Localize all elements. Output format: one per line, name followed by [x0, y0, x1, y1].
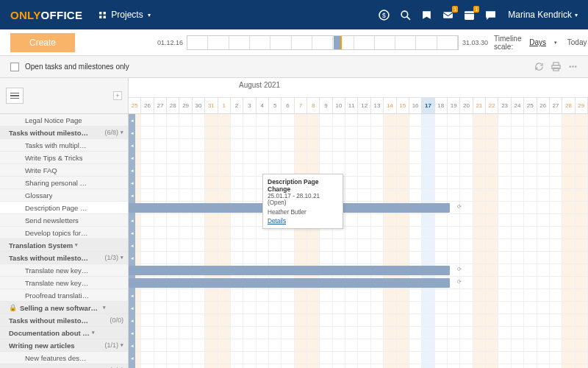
gantt-row[interactable]: ◂	[129, 289, 588, 302]
gantt-row[interactable]: ◂	[129, 314, 588, 327]
task-row[interactable]: Write FAQ	[0, 164, 128, 177]
gantt-row[interactable]: ◂⟳	[129, 264, 588, 277]
day-cell[interactable]: 31	[205, 97, 218, 113]
project-row[interactable]: Documentation about editors▾	[0, 327, 128, 339]
gantt-row[interactable]: ◂	[129, 152, 588, 164]
day-cell[interactable]: 26	[537, 97, 550, 113]
row-handle[interactable]: ◂	[129, 339, 135, 352]
gantt-row[interactable]: ◂	[129, 239, 588, 252]
gantt-bar[interactable]: ⟳	[129, 278, 450, 288]
gantt-row[interactable]: ◂	[129, 214, 588, 227]
task-row[interactable]: Send newsletters	[0, 214, 128, 227]
chat-icon[interactable]	[485, 10, 496, 21]
day-cell[interactable]: 5	[269, 97, 282, 113]
day-cell[interactable]: 7	[295, 97, 307, 113]
day-cell[interactable]: 16	[409, 97, 422, 113]
task-row[interactable]: Develop topics for new guides	[0, 227, 128, 239]
search-icon[interactable]	[400, 10, 411, 21]
day-cell[interactable]: 14	[384, 97, 396, 113]
task-group[interactable]: Tasks without milestones(0/0)	[0, 314, 128, 327]
task-row[interactable]: Translate new keys in the CR...	[0, 277, 128, 289]
gantt-row[interactable]: ◂	[129, 127, 588, 139]
gantt-bar[interactable]: ⟳	[129, 266, 450, 275]
day-cell[interactable]: 4	[257, 97, 269, 113]
row-handle[interactable]: ◂	[129, 227, 135, 239]
day-cell[interactable]: 6	[282, 97, 294, 113]
row-handle[interactable]: ◂	[129, 239, 135, 252]
timeline-minimap[interactable]: 01.12.16 31.03.30	[157, 35, 488, 50]
day-cell[interactable]: 24	[512, 97, 524, 113]
gantt-row[interactable]: ◂	[129, 227, 588, 239]
gantt-row[interactable]: ◂	[129, 339, 588, 352]
project-row[interactable]: 🔒Selling a new software packa...▾	[0, 302, 128, 314]
row-handle[interactable]: ◂	[129, 177, 135, 189]
task-row[interactable]: Sharing personal document...	[0, 177, 128, 189]
gantt-row[interactable]: ◂	[129, 114, 588, 127]
row-handle[interactable]: ◂	[129, 214, 135, 227]
task-group[interactable]: Tasks without milestones(1/3)▾	[0, 252, 128, 264]
tooltip-details-link[interactable]: Details	[268, 218, 286, 224]
today-button[interactable]: Today	[567, 38, 587, 46]
day-cell[interactable]: 29	[179, 97, 192, 113]
row-handle[interactable]: ◂	[129, 164, 135, 177]
gantt-row[interactable]: ◂	[129, 139, 588, 152]
gantt-row[interactable]: ◂	[129, 327, 588, 339]
print-icon[interactable]	[551, 62, 561, 71]
gantt-row[interactable]: ◂	[129, 352, 588, 364]
project-row[interactable]: Translation System▾	[0, 239, 128, 252]
present-icon[interactable]: $	[379, 10, 390, 21]
day-cell[interactable]: 21	[473, 97, 486, 113]
row-handle[interactable]: ◂	[129, 289, 135, 302]
day-cell[interactable]: 13	[371, 97, 384, 113]
row-handle[interactable]: ◂	[129, 352, 135, 364]
task-group[interactable]: Tasks without milestones(6/8)▾	[0, 127, 128, 139]
sidebar-add-button[interactable]: +	[113, 91, 122, 100]
task-row[interactable]: Legal Notice Page	[0, 114, 128, 127]
row-handle[interactable]: ◂	[129, 252, 135, 264]
calendar-icon[interactable]: 1	[464, 10, 475, 21]
row-handle[interactable]: ◂	[129, 302, 135, 314]
day-cell[interactable]: 3	[243, 97, 256, 113]
task-row[interactable]: New features description	[0, 352, 128, 364]
row-handle[interactable]: ◂	[129, 114, 135, 127]
day-cell[interactable]: 29	[576, 97, 588, 113]
day-cell[interactable]: 8	[307, 97, 320, 113]
day-cell[interactable]: 18	[435, 97, 448, 113]
gantt-row[interactable]: ◂	[129, 252, 588, 264]
day-cell[interactable]: 10	[333, 97, 345, 113]
gantt-row[interactable]: ◂	[129, 364, 588, 368]
day-cell[interactable]: 26	[141, 97, 154, 113]
day-cell[interactable]: 19	[448, 97, 460, 113]
gantt-row[interactable]: ◂	[129, 177, 588, 189]
task-row[interactable]: Write Tips & Tricks	[0, 152, 128, 164]
sidebar-menu-button[interactable]	[6, 88, 24, 104]
gantt-row[interactable]: ◂⟳	[129, 202, 588, 214]
row-handle[interactable]: ◂	[129, 139, 135, 152]
module-switcher[interactable]: Projects ▾	[98, 10, 150, 20]
day-cell[interactable]: 27	[154, 97, 167, 113]
day-cell[interactable]: 9	[320, 97, 332, 113]
day-cell[interactable]: 11	[345, 97, 358, 113]
gantt-row[interactable]: ◂	[129, 164, 588, 177]
row-handle[interactable]: ◂	[129, 364, 135, 368]
day-cell[interactable]: 30	[193, 97, 205, 113]
task-row[interactable]: Description Page Change	[0, 202, 128, 214]
day-cell[interactable]: 28	[167, 97, 179, 113]
row-handle[interactable]: ◂	[129, 127, 135, 139]
row-handle[interactable]: ◂	[129, 152, 135, 164]
day-cell[interactable]: 17	[422, 97, 434, 113]
day-cell[interactable]: 28	[562, 97, 575, 113]
app-logo[interactable]: ONLYOFFICE	[10, 9, 82, 21]
mail-icon[interactable]: 1	[442, 10, 453, 21]
task-group[interactable]: Writing new articles(1/1)▾	[0, 339, 128, 352]
day-cell[interactable]: 22	[486, 97, 498, 113]
day-cell[interactable]: 20	[460, 97, 473, 113]
gantt-row[interactable]: ◂	[129, 189, 588, 202]
task-row[interactable]: Proofread translations	[0, 289, 128, 302]
row-handle[interactable]: ◂	[129, 189, 135, 202]
create-button[interactable]: Create	[10, 33, 75, 52]
day-cell[interactable]: 1	[218, 97, 231, 113]
day-cell[interactable]: 2	[231, 97, 243, 113]
user-menu[interactable]: Marina Kendrick▾	[508, 10, 578, 20]
task-row[interactable]: Glossary	[0, 189, 128, 202]
